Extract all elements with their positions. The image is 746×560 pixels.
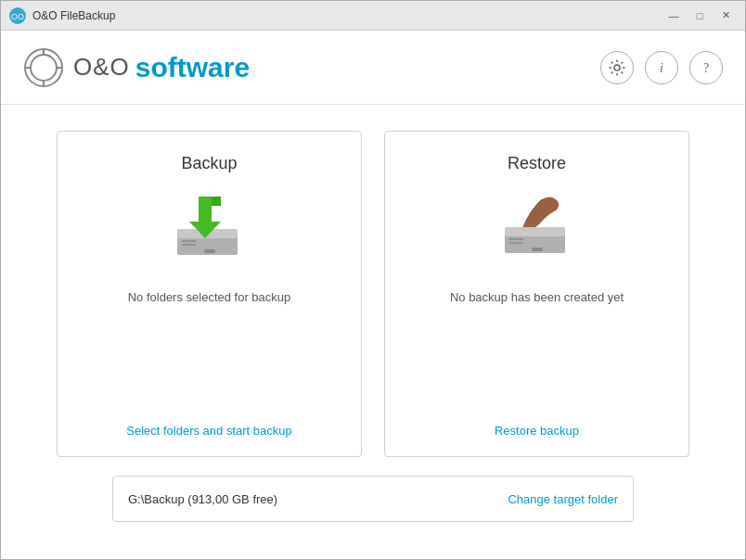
svg-point-8 <box>614 65 620 70</box>
info-icon: i <box>653 59 670 76</box>
backup-status: No folders selected for backup <box>128 290 291 304</box>
svg-marker-17 <box>212 197 221 206</box>
restore-title: Restore <box>508 154 566 173</box>
logo-area: O&O software <box>23 47 600 88</box>
oo-logo-icon <box>23 47 64 88</box>
restore-status: No backup has been created yet <box>450 290 624 304</box>
minimize-button[interactable]: — <box>662 6 686 25</box>
backup-card: Backup No folders selected for backup <box>57 131 362 457</box>
restore-card: Restore No backup has been created yet <box>384 131 689 457</box>
svg-text:OO: OO <box>11 12 24 21</box>
logo-software-text: software <box>135 52 250 83</box>
help-button[interactable]: ? <box>689 51 723 84</box>
settings-button[interactable] <box>600 51 634 84</box>
maximize-button[interactable]: □ <box>688 6 712 25</box>
window-title: O&O FileBackup <box>32 9 662 22</box>
svg-point-3 <box>31 55 57 81</box>
backup-path: G:\Backup (913,00 GB free) <box>128 492 508 506</box>
header-actions: i ? <box>600 51 723 84</box>
svg-rect-19 <box>505 227 565 236</box>
main-window: OO O&O FileBackup — □ ✕ O&O software <box>0 0 746 560</box>
svg-text:?: ? <box>703 61 709 75</box>
gear-icon <box>608 58 626 77</box>
logo-oo-text: O&O <box>73 53 130 82</box>
svg-text:i: i <box>660 61 663 75</box>
backup-action-link[interactable]: Select folders and start backup <box>126 424 292 438</box>
info-button[interactable]: i <box>645 51 678 84</box>
main-content: Backup No folders selected for backup <box>1 105 745 559</box>
app-icon: OO <box>8 6 27 25</box>
backup-title: Backup <box>181 154 237 173</box>
change-folder-link[interactable]: Change target folder <box>508 492 618 506</box>
window-controls: — □ ✕ <box>662 6 738 25</box>
title-bar: OO O&O FileBackup — □ ✕ <box>1 1 745 31</box>
header: O&O software i ? <box>1 31 745 105</box>
restore-action-link[interactable]: Restore backup <box>495 424 579 438</box>
svg-rect-15 <box>204 249 215 253</box>
restore-icon <box>491 192 584 266</box>
svg-rect-22 <box>532 248 543 251</box>
backup-icon <box>163 192 256 266</box>
close-button[interactable]: ✕ <box>714 6 738 25</box>
bottom-bar: G:\Backup (913,00 GB free) Change target… <box>112 476 634 522</box>
cards-row: Backup No folders selected for backup <box>57 131 689 457</box>
help-icon: ? <box>698 59 714 76</box>
